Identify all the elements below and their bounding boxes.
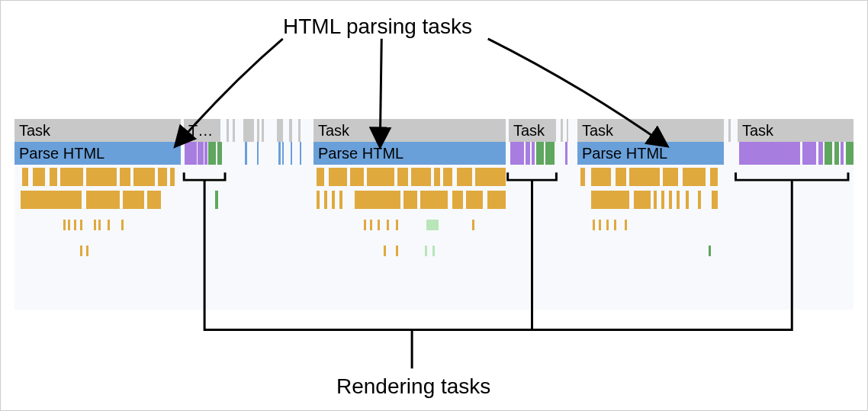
parse-html-block: Parse HTML <box>313 142 506 165</box>
diagram-canvas: HTML parsing tasks Task T… Task Task Tas… <box>1 1 867 410</box>
task-sliver <box>233 119 235 142</box>
task-sliver <box>567 119 568 142</box>
render-segment <box>841 142 844 165</box>
task-block: Task <box>577 119 724 142</box>
render-segment <box>204 142 207 165</box>
task-block: Task <box>509 119 556 142</box>
render-segment <box>536 142 544 165</box>
parse-sliver <box>291 142 292 165</box>
task-block: Task <box>313 119 506 142</box>
task-sliver <box>277 119 283 142</box>
render-segment <box>526 142 530 165</box>
timeline-panel: Task T… Task Task Task Task Parse HTML <box>14 119 854 310</box>
task-sliver <box>262 119 264 142</box>
render-segment <box>185 142 197 165</box>
task-sliver <box>243 119 254 142</box>
task-sliver <box>227 119 229 142</box>
render-segment <box>198 142 204 165</box>
parse-html-block: Parse HTML <box>14 142 181 165</box>
render-segment <box>802 142 816 165</box>
parse-sliver <box>300 142 301 165</box>
activity-row <box>14 241 854 264</box>
render-segment <box>818 142 823 165</box>
task-sliver <box>561 119 563 142</box>
label-rendering: Rendering tasks <box>336 374 490 399</box>
render-segment <box>825 142 832 165</box>
render-segment <box>545 142 555 165</box>
task-block-truncated: T… <box>184 119 220 142</box>
render-segment <box>532 142 535 165</box>
parse-sliver <box>282 142 284 165</box>
render-segment <box>739 142 800 165</box>
parse-row: Parse HTML Parse HTML Parse HTML <box>14 142 854 165</box>
render-segment <box>217 142 222 165</box>
task-sliver <box>728 119 731 142</box>
task-sliver <box>257 119 259 142</box>
render-segment <box>846 142 854 165</box>
render-segment <box>208 142 216 165</box>
activity-row <box>14 189 854 212</box>
task-sliver <box>289 119 292 142</box>
render-segment <box>834 142 839 165</box>
parse-sliver <box>278 142 281 165</box>
render-segment <box>565 142 567 165</box>
parse-html-block: Parse HTML <box>577 142 724 165</box>
task-row: Task T… Task Task Task Task <box>14 119 854 142</box>
parse-sliver <box>257 142 259 165</box>
task-block: Task <box>14 119 181 142</box>
label-html-parsing: HTML parsing tasks <box>283 14 472 39</box>
task-sliver <box>298 119 301 142</box>
task-block: Task <box>738 119 854 142</box>
activity-row <box>14 215 854 238</box>
parse-sliver <box>245 142 247 165</box>
activity-row <box>14 166 854 189</box>
render-segment <box>510 142 524 165</box>
